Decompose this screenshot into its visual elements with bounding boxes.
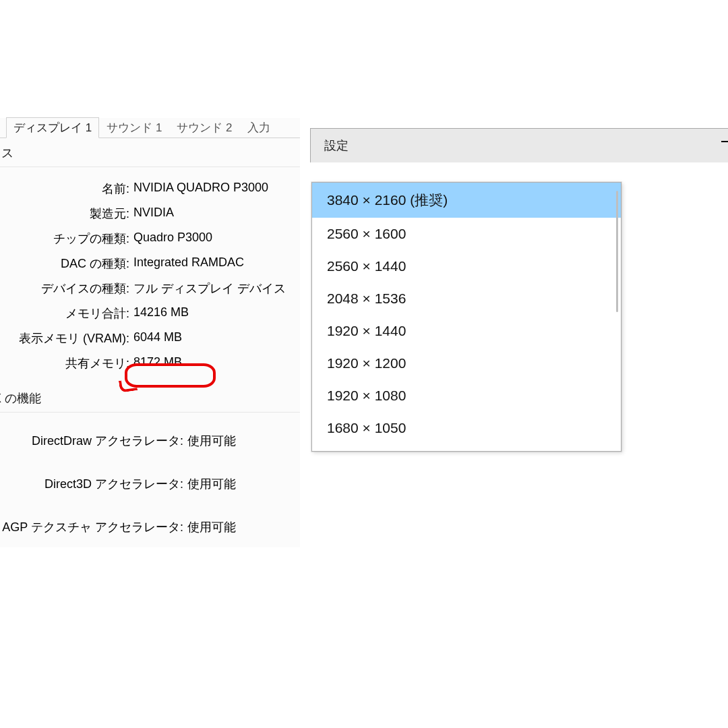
resolution-option[interactable]: 2048 × 1536 <box>312 282 621 315</box>
total-memory-label: メモリ合計: <box>0 305 133 322</box>
tab-sound-1[interactable]: サウンド 1 <box>99 117 169 138</box>
resolution-option[interactable]: 1920 × 1080 <box>312 380 621 412</box>
vram-label: 表示メモリ (VRAM): <box>0 330 133 346</box>
direct3d-label: Direct3D アクセラレータ: <box>0 476 187 492</box>
resolution-option[interactable]: 1920 × 1440 <box>312 315 621 347</box>
directx-features-heading: ectX の機能 <box>0 384 300 413</box>
tab-display-1[interactable]: ディスプレイ 1 <box>6 117 99 138</box>
directdraw-value: 使用可能 <box>187 433 295 449</box>
tab-sound-2[interactable]: サウンド 2 <box>169 117 239 138</box>
chip-type-value: Quadro P3000 <box>133 231 295 247</box>
resolution-option[interactable]: 2560 × 1600 <box>312 218 621 250</box>
settings-titlebar: 設定 <box>311 129 728 162</box>
device-section-heading: バイス <box>0 138 300 167</box>
directdraw-label: DirectDraw アクセラレータ: <box>0 433 187 449</box>
name-value: NVIDIA QUADRO P3000 <box>133 181 295 197</box>
directx-features: DirectDraw アクセラレータ: 使用可能 Direct3D アクセラレー… <box>0 413 300 547</box>
dxdiag-tabs: ム ディスプレイ 1 サウンド 1 サウンド 2 入力 <box>0 118 300 138</box>
agp-value: 使用可能 <box>187 519 295 535</box>
device-type-label: デバイスの種類: <box>0 280 133 297</box>
dac-type-value: Integrated RAMDAC <box>133 255 295 272</box>
name-label: 名前: <box>0 181 133 197</box>
device-type-value: フル ディスプレイ デバイス <box>133 280 295 297</box>
tab-system[interactable]: ム <box>0 117 6 138</box>
resolution-option[interactable]: 1680 × 1050 <box>312 412 621 444</box>
settings-window: 設定 <box>310 128 728 162</box>
vram-value: 6044 MB <box>133 330 295 346</box>
resolution-option[interactable]: 2560 × 1440 <box>312 250 621 282</box>
resolution-option[interactable]: 3840 × 2160 (推奨) <box>312 183 621 218</box>
resolution-option[interactable]: 1920 × 1200 <box>312 347 621 380</box>
dxdiag-panel: ム ディスプレイ 1 サウンド 1 サウンド 2 入力 バイス 名前: NVID… <box>0 118 300 547</box>
chip-type-label: チップの種類: <box>0 231 133 247</box>
device-properties: 名前: NVIDIA QUADRO P3000 製造元: NVIDIA チップの… <box>0 167 300 384</box>
total-memory-value: 14216 MB <box>133 305 295 322</box>
dac-type-label: DAC の種類: <box>0 255 133 272</box>
settings-title: 設定 <box>324 138 348 154</box>
manufacturer-value: NVIDIA <box>133 206 295 222</box>
shared-memory-label: 共有メモリ: <box>0 355 133 371</box>
minimize-icon[interactable] <box>721 141 728 142</box>
dropdown-scrollbar[interactable] <box>616 191 618 312</box>
tab-input[interactable]: 入力 <box>240 117 278 138</box>
shared-memory-value: 8172 MB <box>133 355 295 371</box>
agp-label: AGP テクスチャ アクセラレータ: <box>0 519 187 535</box>
resolution-dropdown[interactable]: 3840 × 2160 (推奨) 2560 × 1600 2560 × 1440… <box>311 182 621 452</box>
direct3d-value: 使用可能 <box>187 476 295 492</box>
manufacturer-label: 製造元: <box>0 206 133 222</box>
